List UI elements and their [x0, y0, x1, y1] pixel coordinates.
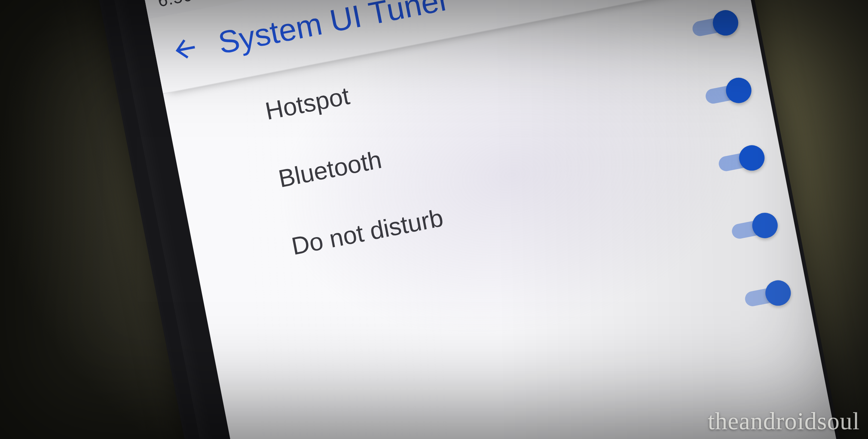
- list-item-label: Do not disturb: [289, 203, 446, 261]
- phone-shell: 6:50:04: [77, 0, 852, 439]
- toggle-switch[interactable]: [730, 212, 778, 242]
- list-item-label: Bluetooth: [276, 145, 384, 193]
- toggle-switch[interactable]: [690, 9, 739, 40]
- back-button[interactable]: [161, 25, 210, 74]
- back-arrow-icon: [168, 32, 202, 67]
- toggle-switch[interactable]: [716, 144, 765, 175]
- watermark: theandroidsoul: [708, 407, 860, 435]
- list-item-label: Hotspot: [263, 81, 352, 125]
- screen: 6:50:04: [143, 0, 848, 439]
- toggle-switch[interactable]: [703, 77, 752, 107]
- toggle-switch[interactable]: [743, 279, 791, 310]
